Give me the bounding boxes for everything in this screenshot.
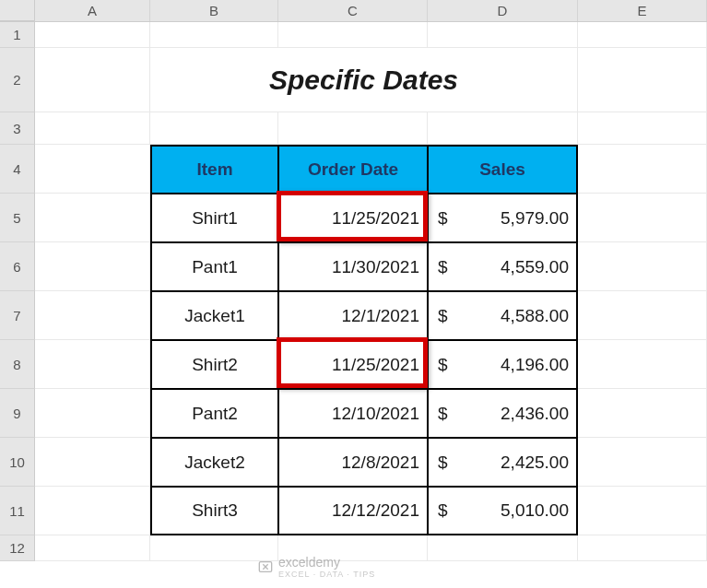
cell-sales-3[interactable]: $ 4,196.00 [428,340,578,389]
cell-item-3[interactable]: Shirt2 [150,340,278,389]
row-header-5[interactable]: 5 [0,194,35,242]
currency-symbol: $ [436,500,448,521]
cell-E12[interactable] [578,535,707,561]
cell-date-5[interactable]: 12/8/2021 [278,438,428,487]
col-header-D[interactable]: D [428,0,578,21]
row-header-10[interactable]: 10 [0,438,35,487]
row-header-8[interactable]: 8 [0,340,35,389]
sales-amount: 4,559.00 [501,257,569,277]
currency-symbol: $ [436,306,448,326]
currency-symbol: $ [436,208,448,229]
cell-A7[interactable] [35,291,150,340]
title-cell[interactable]: Specific Dates [150,48,578,112]
row-header-7[interactable]: 7 [0,291,35,340]
cell-item-2[interactable]: Jacket1 [150,291,278,340]
row-header-6[interactable]: 6 [0,242,35,291]
cell-A4[interactable] [35,145,150,194]
cell-B3[interactable] [150,112,278,145]
col-header-A[interactable]: A [35,0,150,21]
column-headers-row: A B C D E [0,0,707,22]
cell-item-0[interactable]: Shirt1 [150,194,278,242]
cell-A5[interactable] [35,194,150,242]
cell-E4[interactable] [578,145,707,194]
cell-sales-4[interactable]: $ 2,436.00 [428,389,578,438]
select-all-corner[interactable] [0,0,35,21]
col-header-C[interactable]: C [278,0,428,21]
watermark: exceldemy EXCEL · DATA · TIPS [258,555,375,579]
watermark-subtext: EXCEL · DATA · TIPS [278,570,375,579]
row-header-11[interactable]: 11 [0,487,35,535]
currency-symbol: $ [436,257,448,277]
cell-sales-2[interactable]: $ 4,588.00 [428,291,578,340]
cell-D3[interactable] [428,112,578,145]
cell-date-0[interactable]: 11/25/2021 [278,194,428,242]
sales-amount: 2,436.00 [501,404,569,424]
excel-icon [258,559,273,574]
row-header-4[interactable]: 4 [0,145,35,194]
cell-E7[interactable] [578,291,707,340]
spreadsheet-grid: A B C D E 1 2 Specific Dates 3 4 Item Or… [0,0,707,588]
cell-item-5[interactable]: Jacket2 [150,438,278,487]
cell-date-4[interactable]: 12/10/2021 [278,389,428,438]
cell-B1[interactable] [150,22,278,48]
currency-symbol: $ [436,404,448,424]
cell-A2[interactable] [35,48,150,112]
cell-A10[interactable] [35,438,150,487]
sales-amount: 5,979.00 [501,208,569,229]
cell-A6[interactable] [35,242,150,291]
cell-item-1[interactable]: Pant1 [150,242,278,291]
cell-A12[interactable] [35,535,150,561]
row-header-9[interactable]: 9 [0,389,35,438]
col-header-B[interactable]: B [150,0,278,21]
cell-A9[interactable] [35,389,150,438]
cell-A1[interactable] [35,22,150,48]
header-item[interactable]: Item [150,145,278,194]
header-order-date[interactable]: Order Date [278,145,428,194]
sales-amount: 2,425.00 [501,453,569,473]
cell-A11[interactable] [35,487,150,535]
cell-A8[interactable] [35,340,150,389]
cell-sales-5[interactable]: $ 2,425.00 [428,438,578,487]
cell-A3[interactable] [35,112,150,145]
sales-amount: 5,010.00 [501,500,569,521]
row-header-2[interactable]: 2 [0,48,35,112]
currency-symbol: $ [436,453,448,473]
cell-E1[interactable] [578,22,707,48]
cell-E10[interactable] [578,438,707,487]
row-header-3[interactable]: 3 [0,112,35,145]
sales-amount: 4,196.00 [501,355,569,375]
header-sales[interactable]: Sales [428,145,578,194]
cell-date-1[interactable]: 11/30/2021 [278,242,428,291]
cell-sales-1[interactable]: $ 4,559.00 [428,242,578,291]
sales-amount: 4,588.00 [501,306,569,326]
row-header-1[interactable]: 1 [0,22,35,48]
cell-item-6[interactable]: Shirt3 [150,487,278,535]
cell-date-2[interactable]: 12/1/2021 [278,291,428,340]
cell-D12[interactable] [428,535,578,561]
cell-E6[interactable] [578,242,707,291]
cell-item-4[interactable]: Pant2 [150,389,278,438]
currency-symbol: $ [436,355,448,375]
col-header-E[interactable]: E [578,0,707,21]
cell-E3[interactable] [578,112,707,145]
row-header-12[interactable]: 12 [0,535,35,561]
cell-date-6[interactable]: 12/12/2021 [278,487,428,535]
cell-sales-0[interactable]: $ 5,979.00 [428,194,578,242]
cell-E5[interactable] [578,194,707,242]
cell-E8[interactable] [578,340,707,389]
cell-C1[interactable] [278,22,428,48]
cell-E9[interactable] [578,389,707,438]
cell-date-3[interactable]: 11/25/2021 [278,340,428,389]
watermark-text: exceldemy [278,555,375,570]
cell-C3[interactable] [278,112,428,145]
cell-E11[interactable] [578,487,707,535]
cell-sales-6[interactable]: $ 5,010.00 [428,487,578,535]
cell-E2[interactable] [578,48,707,112]
cell-D1[interactable] [428,22,578,48]
